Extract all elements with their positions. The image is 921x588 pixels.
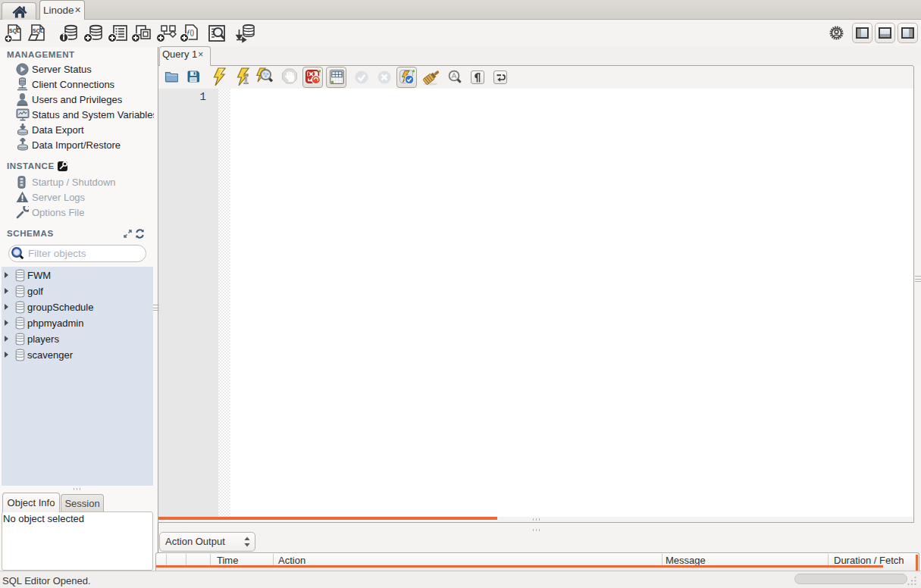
svg-text:SQL: SQL [33,28,44,34]
svg-text:SQL: SQL [9,28,20,34]
svg-text:(): () [190,29,195,36]
